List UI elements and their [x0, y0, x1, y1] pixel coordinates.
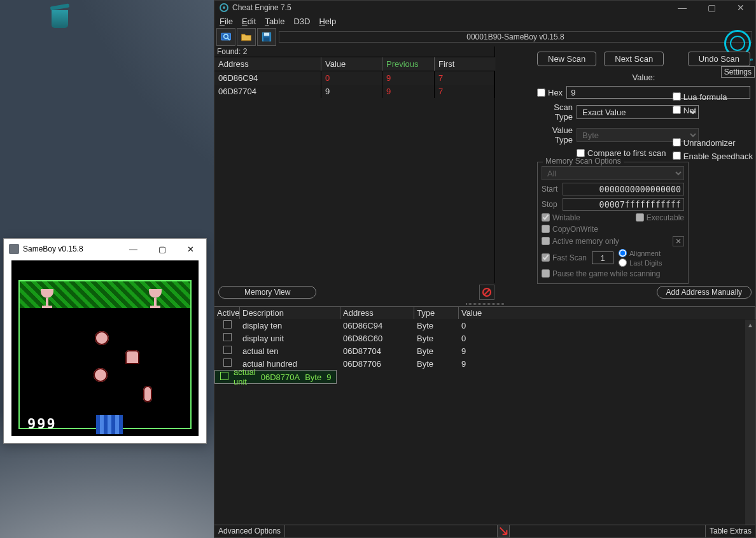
enemy-sprite [94, 368, 108, 382]
player-sprite [95, 331, 109, 345]
table-extras-button[interactable]: Table Extras [705, 525, 755, 537]
svg-rect-4 [264, 32, 269, 36]
recycle-bin-icon[interactable] [48, 4, 77, 33]
active-checkbox[interactable] [223, 320, 232, 329]
value-label: Value: [633, 73, 655, 82]
sameboy-title: SameBoy v0.15.8 [23, 244, 83, 253]
sameboy-window: SameBoy v0.15.8 — ▢ ✕ 999 [3, 238, 207, 444]
scrollbar[interactable]: ▲ [745, 320, 755, 525]
svg-rect-5 [264, 38, 269, 41]
select-process-button[interactable] [216, 28, 235, 46]
add-address-manually-button[interactable]: Add Address Manually [657, 286, 752, 299]
splitter-handle[interactable] [214, 301, 755, 306]
undo-scan-button[interactable]: Undo Scan [688, 52, 750, 66]
pause-checkbox [542, 269, 550, 278]
scan-start-input[interactable] [563, 183, 684, 195]
mid-toolbar: Memory View Add Address Manually [214, 283, 755, 301]
svg-line-7 [484, 290, 489, 295]
scan-results-panel: Found: 2 Address Value Previous First 06… [214, 46, 495, 283]
executable-checkbox [636, 213, 644, 222]
maximize-button[interactable]: ▢ [697, 1, 726, 15]
cheat-row[interactable]: display unit06D86C60Byte0 [214, 332, 755, 344]
toolbar: 00001B90-SameBoy v0.15.8 [214, 27, 755, 46]
sameboy-app-icon [9, 244, 19, 254]
scantype-label: Scan Type [537, 103, 573, 122]
ce-title: Cheat Engine 7.5 [232, 3, 291, 12]
memory-view-button[interactable]: Memory View [218, 286, 316, 299]
active-checkbox[interactable] [223, 346, 232, 354]
lastdigits-radio[interactable] [619, 258, 627, 267]
clear-icon[interactable]: ✕ [673, 236, 684, 246]
minimize-button[interactable]: — [668, 1, 697, 15]
active-checkbox[interactable] [223, 358, 232, 367]
menu-file[interactable]: File [220, 17, 233, 26]
result-row[interactable]: 06D86C94097 [214, 71, 494, 85]
active-checkbox[interactable] [223, 333, 232, 341]
waterfall-tile [96, 415, 123, 434]
not-checkbox[interactable] [673, 106, 681, 114]
menubar[interactable]: File Edit Table D3D Help [214, 15, 755, 27]
score-text: 999 [27, 416, 57, 432]
results-header[interactable]: Address Value Previous First [214, 57, 494, 71]
cheat-row[interactable]: display ten06D86C94Byte0 [214, 319, 755, 332]
cheat-row[interactable]: actual hundred06D87706Byte9 [214, 357, 755, 370]
scan-stop-input[interactable] [563, 198, 684, 211]
memory-scan-options: Memory Scan Options All Start Stop Writa… [537, 162, 689, 284]
cheat-table: Active Description Address Type Value di… [214, 306, 755, 525]
open-file-button[interactable] [237, 28, 256, 46]
ce-titlebar[interactable]: Cheat Engine 7.5 — ▢ ✕ [214, 1, 755, 15]
activeonly-checkbox [542, 237, 550, 245]
cheat-row[interactable]: actual ten06D87704Byte9 [214, 344, 755, 357]
scroll-up-icon[interactable]: ▲ [745, 320, 755, 330]
active-checkbox[interactable] [220, 372, 228, 380]
alignment-radio[interactable] [619, 249, 627, 257]
fastscan-value-input[interactable] [592, 251, 613, 264]
found-label: Found: 2 [214, 46, 494, 57]
sameboy-titlebar[interactable]: SameBoy v0.15.8 — ▢ ✕ [4, 239, 206, 259]
projectile-sprite [143, 386, 152, 402]
game-viewport: 999 [11, 260, 199, 436]
col-value[interactable]: Value [321, 57, 382, 71]
next-scan-button[interactable]: Next Scan [604, 52, 664, 66]
cheat-engine-window: Cheat Engine 7.5 — ▢ ✕ File Edit Table D… [214, 0, 756, 538]
menu-table[interactable]: Table [265, 17, 284, 26]
cheat-row[interactable]: actual unit06D8770AByte9 [214, 370, 337, 384]
cheat-table-header[interactable]: Active Description Address Type Value [214, 307, 755, 319]
save-button[interactable] [257, 28, 276, 46]
fastscan-checkbox [542, 253, 550, 262]
col-previous[interactable]: Previous [382, 57, 435, 71]
col-address[interactable]: Address [214, 57, 321, 71]
copyonwrite-checkbox [542, 225, 550, 233]
col-first[interactable]: First [435, 57, 494, 71]
speedhack-checkbox[interactable] [673, 152, 681, 160]
trophy-sprite [146, 289, 165, 312]
scan-panel: New Scan Next Scan Undo Scan Value: Hex … [495, 46, 755, 283]
enemy-sprite [125, 350, 139, 364]
new-scan-button[interactable]: New Scan [537, 52, 596, 66]
menu-help[interactable]: Help [319, 17, 336, 26]
status-bar: Advanced Options Table Extras [214, 525, 755, 537]
scan-region-select: All [542, 166, 684, 180]
valuetype-label: Value Type [537, 125, 573, 145]
menu-d3d[interactable]: D3D [293, 17, 310, 26]
close-button[interactable]: ✕ [176, 239, 205, 258]
minimize-button[interactable]: — [119, 239, 148, 258]
add-to-list-button[interactable] [497, 525, 510, 537]
lua-formula-checkbox[interactable] [673, 92, 681, 101]
ce-app-icon [220, 3, 228, 12]
menu-edit[interactable]: Edit [242, 17, 256, 26]
maximize-button[interactable]: ▢ [148, 239, 176, 258]
advanced-options-button[interactable]: Advanced Options [214, 525, 285, 537]
trophy-sprite [38, 289, 57, 312]
disable-icon[interactable] [479, 285, 494, 300]
hex-checkbox[interactable] [537, 88, 545, 97]
close-button[interactable]: ✕ [726, 1, 755, 15]
result-row[interactable]: 06D87704997 [214, 85, 494, 98]
attached-process-label: 00001B90-SameBoy v0.15.8 [279, 31, 752, 43]
writable-checkbox [542, 213, 550, 222]
unrandomizer-checkbox[interactable] [673, 138, 681, 146]
